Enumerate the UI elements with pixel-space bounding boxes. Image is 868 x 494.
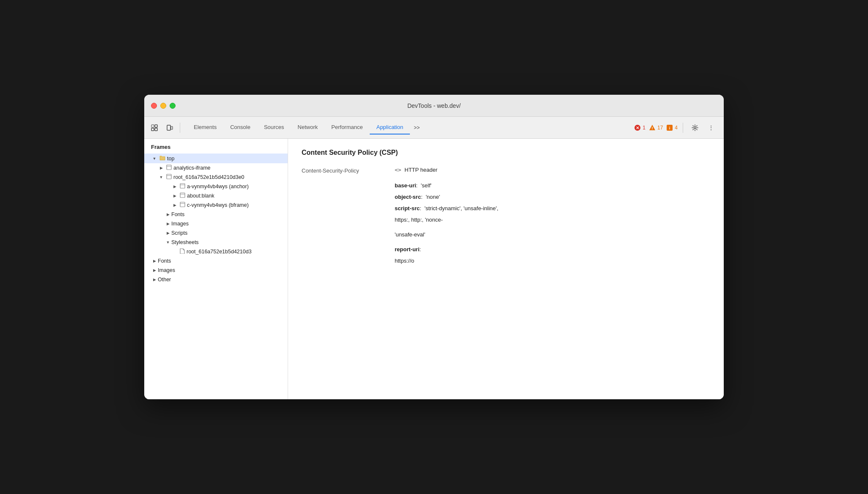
sidebar-item-a-vynmy[interactable]: ▶ a-vynmy4vb4wys (anchor) bbox=[144, 182, 288, 191]
sidebar-item-about-blank[interactable]: ▶ about:blank bbox=[144, 191, 288, 200]
svg-rect-3 bbox=[155, 128, 157, 131]
csp-val-base-uri: 'self' bbox=[421, 182, 431, 189]
sidebar-item-label-a-vynmy: a-vynmy4vb4wys (anchor) bbox=[187, 184, 249, 189]
sidebar-item-root-file[interactable]: root_616a752e1b5d4210d3 bbox=[144, 247, 288, 256]
tab-console[interactable]: Console bbox=[223, 121, 257, 134]
csp-colon-object-src: : bbox=[421, 194, 424, 200]
frame-icon-blank bbox=[180, 192, 185, 199]
toggle-scripts-sub: ▶ bbox=[165, 230, 171, 236]
svg-rect-5 bbox=[171, 126, 173, 129]
toolbar-right: ✕ 1 ! 17 i 4 bbox=[634, 121, 720, 134]
devtools-window: DevTools - web.dev/ Elements Console Sou… bbox=[144, 95, 724, 399]
sidebar-item-images-top[interactable]: ▶ Images bbox=[144, 266, 288, 275]
csp-value-report-uri: report-uri: bbox=[395, 246, 710, 252]
sidebar-item-c-vynmy[interactable]: ▶ c-vynmy4vb4wys (bframe) bbox=[144, 200, 288, 210]
frame-icon-c bbox=[180, 202, 185, 209]
frame-icon-analytics bbox=[166, 165, 172, 171]
sidebar-item-root[interactable]: ▼ root_616a752e1b5d4210d3e0 bbox=[144, 173, 288, 182]
sidebar-item-stylesheets-sub[interactable]: ▼ Stylesheets bbox=[144, 238, 288, 247]
csp-val-script-src-2: https:, http:, 'nonce- bbox=[395, 217, 710, 223]
csp-name-report-uri: report-uri bbox=[395, 246, 420, 252]
sidebar-item-label-analytics: analytics-iframe bbox=[173, 165, 211, 171]
file-icon-root bbox=[180, 248, 185, 255]
svg-text:✕: ✕ bbox=[636, 126, 639, 130]
info-badge[interactable]: i 4 bbox=[666, 124, 678, 131]
close-button[interactable] bbox=[151, 103, 157, 109]
svg-rect-21 bbox=[180, 202, 185, 207]
csp-header-row: Content-Security-Policy <> HTTP header bbox=[302, 167, 710, 174]
toggle-stylesheets-sub: ▼ bbox=[165, 239, 171, 246]
sidebar-item-label-stylesheets-sub: Stylesheets bbox=[171, 239, 199, 245]
sidebar-item-fonts-top[interactable]: ▶ Fonts bbox=[144, 256, 288, 266]
csp-key-empty-1 bbox=[302, 217, 395, 217]
toggle-other-top: ▶ bbox=[151, 276, 158, 283]
csp-code-tag: <> bbox=[395, 167, 401, 173]
sidebar-item-images-sub[interactable]: ▶ Images bbox=[144, 219, 288, 228]
tab-sources[interactable]: Sources bbox=[257, 121, 291, 134]
toggle-images-sub: ▶ bbox=[165, 220, 171, 227]
sidebar-item-analytics-iframe[interactable]: ▶ analytics-iframe bbox=[144, 163, 288, 173]
csp-name-base-uri: base-uri bbox=[395, 182, 416, 189]
csp-val-report-uri-val: https://o bbox=[395, 258, 710, 264]
sidebar-item-scripts-sub[interactable]: ▶ Scripts bbox=[144, 228, 288, 238]
device-icon bbox=[166, 124, 173, 131]
toggle-images-top: ▶ bbox=[151, 267, 158, 274]
toolbar-divider bbox=[180, 123, 180, 133]
warning-icon: ! bbox=[649, 124, 656, 131]
kebab-menu-button[interactable]: ⋮ bbox=[705, 122, 717, 134]
warning-count: 17 bbox=[657, 125, 663, 131]
folder-icon-top bbox=[159, 155, 165, 162]
sidebar-item-fonts-sub[interactable]: ▶ Fonts bbox=[144, 210, 288, 219]
csp-name-script-src: script-src bbox=[395, 205, 420, 211]
sidebar-item-label-fonts-top: Fonts bbox=[158, 258, 171, 264]
more-tabs-button[interactable]: >> bbox=[410, 121, 423, 134]
csp-key-object-src bbox=[302, 194, 395, 195]
tab-application[interactable]: Application bbox=[370, 121, 410, 134]
csp-colon-script-src: : bbox=[420, 205, 423, 211]
sidebar-item-label-root-file: root_616a752e1b5d4210d3 bbox=[187, 249, 252, 255]
toolbar: Elements Console Sources Network Perform… bbox=[144, 117, 724, 139]
traffic-lights bbox=[151, 103, 176, 109]
csp-key-report-uri bbox=[302, 246, 395, 247]
minimize-button[interactable] bbox=[160, 103, 166, 109]
device-toggle-button[interactable] bbox=[163, 121, 176, 134]
svg-text:!: ! bbox=[651, 126, 653, 130]
csp-key-empty-3 bbox=[302, 258, 395, 258]
error-badge[interactable]: ✕ 1 bbox=[634, 124, 646, 131]
toggle-a: ▶ bbox=[171, 183, 178, 190]
sidebar-item-other-top[interactable]: ▶ Other bbox=[144, 275, 288, 284]
csp-val-script-src: 'strict-dynamic', 'unsafe-inline', bbox=[424, 205, 498, 211]
csp-value-script-src: script-src: 'strict-dynamic', 'unsafe-in… bbox=[395, 205, 710, 211]
csp-header-value: <> HTTP header bbox=[395, 167, 710, 173]
csp-header-key: Content-Security-Policy bbox=[302, 167, 395, 174]
tab-network[interactable]: Network bbox=[291, 121, 325, 134]
svg-rect-19 bbox=[180, 193, 185, 198]
maximize-button[interactable] bbox=[170, 103, 176, 109]
error-icon: ✕ bbox=[634, 124, 641, 131]
tab-performance[interactable]: Performance bbox=[324, 121, 369, 134]
csp-row-script-src-2: https:, http:, 'nonce- bbox=[302, 217, 710, 223]
svg-point-12 bbox=[694, 126, 696, 129]
warning-badge[interactable]: ! 17 bbox=[649, 124, 663, 131]
tabs-area: Elements Console Sources Network Perform… bbox=[184, 121, 632, 134]
sidebar-item-top[interactable]: ▼ top bbox=[144, 154, 288, 163]
svg-rect-1 bbox=[155, 125, 157, 127]
csp-title: Content Security Policy (CSP) bbox=[302, 149, 710, 156]
csp-key-base-uri bbox=[302, 182, 395, 183]
svg-rect-13 bbox=[167, 165, 171, 170]
csp-row-report-uri-val: https://o bbox=[302, 258, 710, 264]
tab-elements[interactable]: Elements bbox=[187, 121, 223, 134]
settings-button[interactable] bbox=[688, 121, 702, 134]
sidebar-item-label-other-top: Other bbox=[158, 277, 171, 283]
content-panel: Content Security Policy (CSP) Content-Se… bbox=[288, 139, 724, 399]
frame-icon-a bbox=[180, 183, 185, 190]
csp-colon-base-uri: : bbox=[416, 182, 419, 189]
svg-rect-2 bbox=[151, 128, 154, 131]
csp-value-base-uri: base-uri: 'self' bbox=[395, 182, 710, 189]
csp-val-object-src: 'none' bbox=[426, 194, 440, 200]
inspect-icon-button[interactable] bbox=[148, 121, 161, 134]
sidebar-item-label-images-sub: Images bbox=[171, 221, 189, 227]
csp-directive-report-uri: report-uri: bbox=[302, 246, 710, 252]
sidebar-item-label-c-vynmy: c-vynmy4vb4wys (bframe) bbox=[187, 202, 249, 208]
main-area: Frames ▼ top ▶ analytics-iframe bbox=[144, 139, 724, 399]
